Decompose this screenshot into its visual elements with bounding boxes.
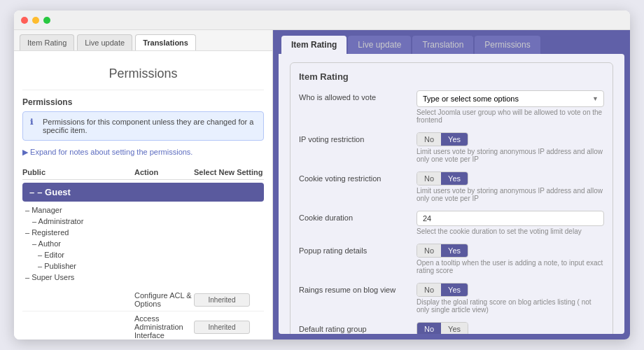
toggle-popup-rating: No Yes [416, 244, 468, 258]
tab-translations-left[interactable]: Translations [135, 34, 196, 50]
field-popup-rating: Popup rating details No Yes Open a toolt… [299, 244, 604, 274]
minus-icon: – [29, 187, 34, 197]
label-default-rating-group: Default rating group [299, 322, 411, 333]
popup-rating-yes-btn[interactable]: Yes [441, 244, 468, 257]
input-cookie-duration[interactable] [416, 211, 604, 226]
user-publisher: – Publisher [22, 260, 264, 272]
hint-raings-resume: Display the gloal rating score on blog a… [416, 298, 604, 314]
field-raings-resume: Raings resume on blog view No Yes Displa… [299, 283, 604, 314]
action-section: Configure ACL & Options Inherited Access… [22, 288, 264, 340]
control-cookie-duration: Select the cookie duration to set the vo… [416, 211, 604, 235]
user-administrator: – Administrator [22, 216, 264, 227]
popup-rating-no-btn[interactable]: No [417, 244, 441, 257]
right-tabs: Item Rating Live update Translation Perm… [273, 30, 630, 54]
tab-live-update-left[interactable]: Live update [77, 34, 132, 50]
col-setting: Select New Setting [194, 168, 264, 176]
page-title: Permissions [22, 59, 264, 90]
setting-access-btn[interactable]: Inherited [194, 321, 250, 334]
close-button[interactable] [21, 17, 28, 24]
hint-popup-rating: Open a tooltip when the user is adding a… [416, 259, 604, 274]
cookie-voting-no-btn[interactable]: No [417, 172, 441, 185]
info-text: Permissions for this component unless th… [43, 118, 256, 134]
hint-cookie-voting: Limit users vote by storing anonymous IP… [416, 187, 604, 202]
info-icon: ℹ [30, 118, 38, 134]
control-cookie-voting: No Yes Limit users vote by storing anony… [416, 172, 604, 202]
label-raings-resume: Raings resume on blog view [299, 283, 411, 294]
col-action: Action [134, 168, 194, 176]
label-ip-voting: IP voting restriction [299, 132, 411, 144]
raings-resume-yes-btn[interactable]: Yes [441, 284, 468, 296]
label-popup-rating: Popup rating details [299, 244, 411, 255]
right-content: Item Rating Who is allowed to vote Type … [279, 54, 624, 334]
guest-label: – Guest [37, 187, 71, 197]
user-guest-row: – – Guest [22, 183, 264, 202]
minimize-button[interactable] [32, 17, 39, 24]
cookie-voting-yes-btn[interactable]: Yes [441, 172, 468, 185]
user-super-users: – Super Users [22, 272, 264, 283]
maximize-button[interactable] [43, 17, 50, 24]
tab-live-update-right[interactable]: Live update [348, 36, 411, 54]
hint-cookie-duration: Select the cookie duration to set the vo… [416, 227, 604, 235]
user-list: – – Guest – Manager – Administrator – Re… [22, 183, 264, 283]
permissions-section-title: Permissions [22, 97, 264, 107]
toggle-ip-voting: No Yes [416, 132, 468, 146]
col-public: Public [22, 168, 134, 176]
table-header: Public Action Select New Setting [22, 165, 264, 180]
field-cookie-duration: Cookie duration Select the cookie durati… [299, 211, 604, 235]
action-access-label: Access Administration Interface [134, 314, 194, 340]
control-default-rating-group: No Yes If the rating group is not select… [416, 322, 604, 334]
user-manager: – Manager [22, 204, 264, 216]
title-bar [14, 10, 630, 30]
control-who-allowed-vote: Type or select some options Select Jooml… [416, 90, 604, 124]
toggle-raings-resume: No Yes [416, 283, 468, 297]
toggle-cookie-voting: No Yes [416, 172, 468, 186]
tab-permissions-right[interactable]: Permissions [475, 36, 540, 54]
select-wrapper-vote: Type or select some options [416, 90, 604, 107]
label-cookie-duration: Cookie duration [299, 211, 411, 222]
setting-configure-btn[interactable]: Inherited [194, 293, 250, 307]
info-box: ℹ Permissions for this component unless … [22, 111, 264, 141]
field-default-rating-group: Default rating group No Yes If the ratin… [299, 322, 604, 334]
field-who-allowed-vote: Who is allowed to vote Type or select so… [299, 90, 604, 124]
left-tabs: Item Rating Live update Translations [14, 30, 272, 51]
item-rating-section: Item Rating Who is allowed to vote Type … [290, 62, 613, 334]
label-who-allowed-vote: Who is allowed to vote [299, 90, 411, 102]
field-ip-voting: IP voting restriction No Yes Limit users… [299, 132, 604, 163]
control-popup-rating: No Yes Open a tooltip when the user is a… [416, 244, 604, 274]
field-cookie-voting: Cookie voting restriction No Yes Limit u… [299, 172, 604, 202]
hint-who-allowed-vote: Select Joomla user group who will be all… [416, 108, 604, 124]
right-panel: Item Rating Live update Translation Perm… [273, 30, 630, 340]
permissions-table: Public Action Select New Setting – – Gue… [22, 165, 264, 340]
ip-voting-yes-btn[interactable]: Yes [441, 133, 468, 146]
section-box-title: Item Rating [299, 71, 604, 82]
tab-item-rating-left[interactable]: Item Rating [20, 34, 74, 50]
action-row-configure: Configure ACL & Options Inherited [22, 288, 264, 312]
main-window: Item Rating Live update Translations Per… [14, 10, 630, 340]
user-editor: – Editor [22, 249, 264, 260]
left-content: Permissions Permissions ℹ Permissions fo… [14, 51, 272, 340]
user-registered: – Registered [22, 227, 264, 238]
tab-item-rating-right[interactable]: Item Rating [281, 36, 346, 54]
default-rating-no-btn[interactable]: No [417, 323, 441, 334]
ip-voting-no-btn[interactable]: No [417, 133, 441, 146]
select-who-allowed-vote[interactable]: Type or select some options [416, 90, 604, 107]
control-raings-resume: No Yes Display the gloal rating score on… [416, 283, 604, 314]
action-configure-label: Configure ACL & Options [134, 291, 194, 308]
default-rating-yes-btn[interactable]: Yes [441, 323, 468, 334]
control-ip-voting: No Yes Limit users vote by storing anony… [416, 132, 604, 163]
expand-link[interactable]: Expand for notes about setting the permi… [22, 148, 264, 157]
action-row-access: Access Administration Interface Inherite… [22, 312, 264, 340]
hint-ip-voting: Limit users vote by storing anonymous IP… [416, 148, 604, 163]
tab-translation-right[interactable]: Translation [412, 36, 473, 54]
toggle-default-rating-group: No Yes [416, 322, 468, 334]
label-cookie-voting: Cookie voting restriction [299, 172, 411, 183]
left-panel: Item Rating Live update Translations Per… [14, 30, 273, 340]
user-author: – Author [22, 238, 264, 249]
raings-resume-no-btn[interactable]: No [417, 284, 441, 296]
main-area: Item Rating Live update Translations Per… [14, 30, 630, 340]
